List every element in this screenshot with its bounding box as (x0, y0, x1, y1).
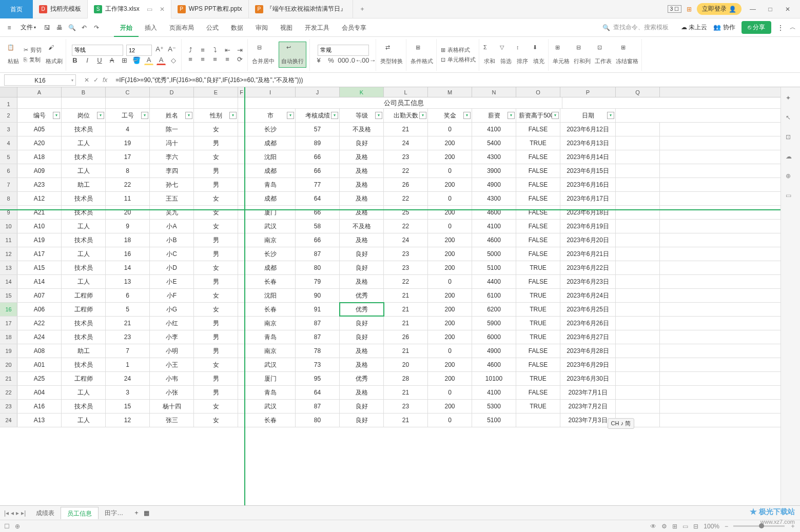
tab-menu-icon[interactable]: ▭ (147, 6, 152, 13)
cell[interactable]: 66 (296, 206, 340, 219)
file-menu[interactable]: 文件 ▾ (16, 23, 40, 32)
cell[interactable]: A17 (17, 247, 62, 261)
cell[interactable]: 及格 (340, 275, 384, 288)
cell[interactable]: 技术员 (62, 206, 106, 219)
cell[interactable]: 良好 (340, 330, 384, 344)
cell[interactable]: 长沙 (245, 247, 296, 261)
cell[interactable]: 小C (150, 247, 194, 261)
cell[interactable]: 5300 (472, 400, 516, 413)
header-cell[interactable]: 薪资▾ (472, 109, 516, 122)
cell[interactable]: 2023年7月2日 (560, 400, 616, 413)
cell[interactable]: 8 (106, 164, 150, 178)
cell[interactable] (616, 164, 660, 178)
cell[interactable]: 技术员 (62, 233, 106, 247)
cell[interactable]: 女 (194, 400, 238, 413)
cell[interactable]: 李四 (150, 164, 194, 178)
cell[interactable]: TRUE (516, 372, 560, 385)
cell[interactable]: 工人 (62, 164, 106, 178)
cell[interactable]: A12 (17, 192, 62, 205)
cell[interactable]: 22 (384, 164, 428, 178)
cell[interactable]: 5400 (472, 136, 516, 150)
sheet-last-icon[interactable]: ▸| (21, 509, 26, 517)
cell[interactable]: TRUE (516, 261, 560, 274)
column-header[interactable]: O (516, 87, 560, 97)
cloud-status[interactable]: ☁ 未上云 (681, 23, 707, 32)
clear-format-icon[interactable]: ◇ (169, 56, 178, 65)
cell[interactable]: 技术员 (62, 400, 106, 413)
cell[interactable]: 不及格 (340, 220, 384, 233)
cell[interactable]: TRUE (516, 330, 560, 344)
minimize-button[interactable]: — (747, 6, 759, 13)
inc-decimal-icon[interactable]: .0← (351, 56, 360, 65)
cell[interactable] (616, 289, 660, 302)
cell[interactable]: A07 (17, 289, 62, 302)
cell[interactable] (17, 97, 62, 108)
undo-icon[interactable]: ↶ (79, 23, 89, 33)
cell[interactable]: 技术员 (62, 330, 106, 344)
cell[interactable] (616, 206, 660, 219)
row-header[interactable]: 19 (0, 344, 17, 358)
cell[interactable]: 良好 (340, 136, 384, 150)
new-tab-button[interactable]: ＋ (353, 5, 372, 13)
header-cell[interactable]: 性别▾ (194, 109, 238, 122)
more-menu[interactable]: ⋮ (777, 24, 784, 31)
highlight-icon[interactable]: A (144, 56, 153, 65)
cell[interactable]: 陈一 (150, 123, 194, 136)
spreadsheet-grid[interactable]: ABCDEFIJKLMNOPQ 1公司员工信息2编号▾岗位▾工号▾姓名▾性别▾市… (0, 87, 781, 505)
cell[interactable]: 26 (384, 178, 428, 191)
font-size-select[interactable] (126, 45, 152, 56)
row-header[interactable]: 4 (0, 136, 17, 150)
cell[interactable]: 87 (296, 317, 340, 330)
cell[interactable]: 22 (384, 220, 428, 233)
header-cell[interactable]: 岗位▾ (62, 109, 106, 122)
cancel-icon[interactable]: ✕ (84, 76, 89, 84)
underline-icon[interactable]: U (95, 56, 104, 65)
cell[interactable]: 4100 (472, 220, 516, 233)
cell[interactable]: A18 (17, 150, 62, 164)
filter-icon[interactable]: ▾ (419, 112, 426, 119)
cell[interactable]: 男 (194, 372, 238, 385)
cell[interactable]: A20 (17, 136, 62, 150)
cell[interactable]: 3900 (472, 164, 516, 178)
cell[interactable]: 200 (428, 317, 472, 330)
cell[interactable]: 成都 (245, 136, 296, 150)
cell[interactable]: 优秀 (340, 372, 384, 385)
cell[interactable]: 200 (428, 261, 472, 274)
cell[interactable]: 小B (150, 233, 194, 247)
strike-icon[interactable]: A (107, 56, 116, 65)
cell[interactable]: 工程师 (62, 303, 106, 316)
eye-icon[interactable]: 👁 (650, 523, 656, 530)
document-tab[interactable]: P『端午狂欢祝福浓情满节日』 (249, 0, 353, 18)
row-header[interactable]: 18 (0, 330, 17, 344)
paste-button[interactable]: 📋粘贴 (7, 44, 19, 65)
cell[interactable]: 10100 (472, 372, 516, 385)
menu-tab[interactable]: 页面布局 (163, 18, 200, 37)
cell[interactable] (616, 220, 660, 233)
cell[interactable] (616, 150, 660, 164)
cell[interactable]: 女 (194, 123, 238, 136)
apps-icon[interactable]: ⊞ (687, 6, 692, 13)
cell[interactable]: 28 (384, 372, 428, 385)
cell[interactable]: 0 (428, 192, 472, 205)
row-header[interactable]: 17 (0, 317, 17, 330)
cell[interactable] (616, 386, 660, 399)
cell[interactable]: 78 (296, 344, 340, 358)
cell[interactable]: 小D (150, 261, 194, 274)
cell[interactable]: 4900 (472, 344, 516, 358)
cell[interactable]: 21 (384, 317, 428, 330)
column-header[interactable]: D (150, 87, 194, 97)
cell[interactable]: 19 (106, 136, 150, 150)
backup-icon[interactable]: ☁ (786, 153, 796, 163)
cell[interactable]: 女 (194, 413, 238, 427)
cell[interactable]: 武汉 (245, 400, 296, 413)
view-normal-icon[interactable]: ⊞ (672, 523, 677, 530)
filter-icon[interactable]: ▾ (53, 112, 60, 119)
font-color-icon[interactable]: A (157, 56, 166, 65)
cell[interactable]: 200 (428, 289, 472, 302)
cell[interactable]: 20 (106, 206, 150, 219)
cell[interactable]: 58 (296, 220, 340, 233)
cell[interactable]: 男 (194, 247, 238, 261)
row-header[interactable]: 9 (0, 206, 17, 219)
cell[interactable]: A21 (17, 206, 62, 219)
cell[interactable]: 南京 (245, 344, 296, 358)
